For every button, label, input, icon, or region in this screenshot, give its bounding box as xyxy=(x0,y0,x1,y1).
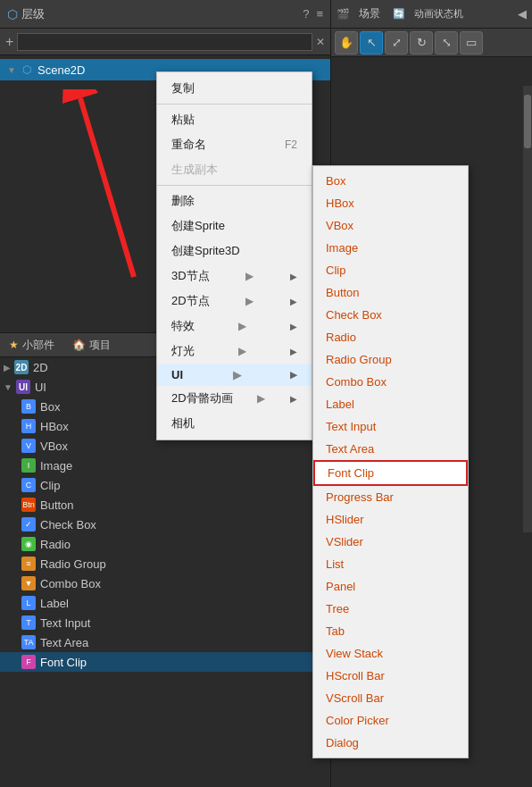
ui-icon: UI xyxy=(16,380,30,394)
search-clear-icon[interactable]: ✕ xyxy=(316,36,325,48)
scene-tab[interactable]: 场景 xyxy=(353,4,386,23)
ctx-menu2-item-combo-box[interactable]: Combo Box xyxy=(313,371,468,393)
ctx-separator xyxy=(157,104,312,105)
image-icon: I xyxy=(21,458,36,473)
tree-item-image[interactable]: IImage xyxy=(0,456,330,475)
scale-tool-button[interactable]: ⤡ xyxy=(435,31,458,54)
rect-tool-button[interactable]: ▭ xyxy=(460,31,483,54)
select-tool-button[interactable]: ↖ xyxy=(360,31,383,54)
ctx-menu1-item-2d节点[interactable]: 2D节点▶ xyxy=(157,289,312,314)
ctx-menu1-item-粘贴[interactable]: 粘贴 xyxy=(157,107,312,132)
ctx-item-label: 重命名 xyxy=(171,137,206,153)
ctx-menu1-item-生成副本[interactable]: 生成副本 xyxy=(157,157,312,182)
ctx-menu2-item-image[interactable]: Image xyxy=(313,237,468,259)
ctx-item-label: 灯光 xyxy=(171,343,195,359)
tree-item-combo-box[interactable]: ▼Combo Box xyxy=(0,574,330,593)
tree-item-label: Label xyxy=(40,597,69,610)
ctx-menu2-item-hbox[interactable]: HBox xyxy=(313,192,468,214)
ctx-menu2-item-dialog[interactable]: Dialog xyxy=(313,732,468,754)
ctx-menu2-item-tree[interactable]: Tree xyxy=(313,598,468,620)
ctx-menu1-item-删除[interactable]: 删除 xyxy=(157,188,312,213)
move-tool-button[interactable]: ⤢ xyxy=(385,31,408,54)
ctx-item-shortcut: ▶ xyxy=(238,345,246,357)
tree-item-check-box[interactable]: ✓Check Box xyxy=(0,515,330,534)
radio-group-icon: ≡ xyxy=(21,557,36,571)
ctx-item-label: 复制 xyxy=(171,80,195,96)
help-icon[interactable]: ? xyxy=(303,7,309,21)
rotate-tool-button[interactable]: ↻ xyxy=(410,31,433,54)
search-bar: + ✕ xyxy=(0,29,330,55)
ctx-menu1-item-重命名[interactable]: 重命名F2 xyxy=(157,132,312,157)
tree-item-clip[interactable]: CClip xyxy=(0,475,330,495)
top-bar-left: ⬡ 层级 ? ≡ xyxy=(0,0,330,29)
add-node-button[interactable]: + xyxy=(5,34,13,50)
tree-item-label: Combo Box xyxy=(40,577,101,590)
tree-ui-expand: ▼ xyxy=(4,382,12,392)
tab-widgets[interactable]: ★ 小部件 xyxy=(0,334,63,356)
ctx-menu2-item-hscroll-bar[interactable]: HScroll Bar xyxy=(313,665,468,687)
tree-item-radio[interactable]: ◉Radio xyxy=(0,534,330,554)
tab-project[interactable]: 🏠 项目 xyxy=(63,334,120,356)
ctx-menu2-item-hslider[interactable]: HSlider xyxy=(313,508,468,531)
ctx-item-shortcut: ▶ xyxy=(238,320,246,332)
ctx-menu1-item-3d节点[interactable]: 3D节点▶ xyxy=(157,264,312,289)
scene2d-icon: ⬡ xyxy=(20,63,34,77)
tree-item-text-input[interactable]: TText Input xyxy=(0,613,330,632)
tree-item-label: HBox xyxy=(40,420,69,433)
2d-label: 2D xyxy=(33,361,48,374)
ctx-menu2-item-vslider[interactable]: VSlider xyxy=(313,531,468,553)
collapse-icon[interactable]: ◀ xyxy=(518,7,527,21)
anim-tab[interactable]: 动画状态机 xyxy=(409,5,469,22)
tree-item-label: Clip xyxy=(40,479,60,492)
ctx-menu2-item-vbox[interactable]: VBox xyxy=(313,214,468,237)
hand-tool-button[interactable]: ✋ xyxy=(335,31,358,54)
ctx-item-label: 相机 xyxy=(171,415,195,431)
radio-icon: ◉ xyxy=(21,537,36,551)
tree-item-label[interactable]: LLabel xyxy=(0,593,330,613)
ctx-menu2-item-label[interactable]: Label xyxy=(313,393,468,415)
tree-item-text-area[interactable]: TAText Area xyxy=(0,632,330,652)
ctx-menu2-item-clip[interactable]: Clip xyxy=(313,259,468,281)
ctx-menu2-item-text-area[interactable]: Text Area xyxy=(313,438,468,460)
ctx-menu2-item-box[interactable]: Box xyxy=(313,170,468,192)
ctx-menu1-item-ui[interactable]: UI▶ xyxy=(157,364,312,386)
ctx-menu2-item-vscroll-bar[interactable]: VScroll Bar xyxy=(313,687,468,709)
ctx-menu2-item-view-stack[interactable]: View Stack xyxy=(313,642,468,665)
ctx-menu2-item-button[interactable]: Button xyxy=(313,281,468,304)
ctx-menu1-item-创建sprite[interactable]: 创建Sprite xyxy=(157,213,312,239)
ctx-menu2-item-tab[interactable]: Tab xyxy=(313,620,468,642)
tree-item-button[interactable]: BtnButton xyxy=(0,495,330,515)
tree-item-label: Text Input xyxy=(40,616,90,630)
search-input[interactable] xyxy=(17,33,312,51)
ctx-menu2-item-radio-group[interactable]: Radio Group xyxy=(313,348,468,371)
text-area-icon: TA xyxy=(21,635,36,649)
ctx-item-label: 创建Sprite3D xyxy=(171,243,240,259)
ctx-item-shortcut: ▶ xyxy=(245,270,254,282)
ctx-menu1-item-灯光[interactable]: 灯光▶ xyxy=(157,339,312,364)
ctx-menu2-item-progress-bar[interactable]: Progress Bar xyxy=(313,486,468,508)
ctx-menu1-item-特效[interactable]: 特效▶ xyxy=(157,314,312,339)
ctx-menu2-item-radio[interactable]: Radio xyxy=(313,326,468,348)
ctx-menu2-item-color-picker[interactable]: Color Picker xyxy=(313,709,468,732)
right-scrollbar[interactable] xyxy=(523,86,532,532)
layers-icon: ⬡ xyxy=(7,7,18,21)
ctx-menu1-item-2d骨骼动画[interactable]: 2D骨骼动画▶ xyxy=(157,386,312,411)
ctx-menu2-item-list[interactable]: List xyxy=(313,553,468,575)
ctx-menu2-item-panel[interactable]: Panel xyxy=(313,575,468,598)
ctx-menu2-item-check-box[interactable]: Check Box xyxy=(313,304,468,326)
tree-item-label: Font Clip xyxy=(40,656,87,669)
ctx-menu1-item-复制[interactable]: 复制 xyxy=(157,76,312,101)
ctx-item-label: 生成副本 xyxy=(171,162,218,178)
ctx-menu1-item-创建sprite3d[interactable]: 创建Sprite3D xyxy=(157,239,312,264)
menu-icon[interactable]: ≡ xyxy=(316,7,323,21)
tree-item-radio-group[interactable]: ≡Radio Group xyxy=(0,554,330,574)
ctx-menu2-item-text-input[interactable]: Text Input xyxy=(313,415,468,438)
text-input-icon: T xyxy=(21,615,36,630)
ctx-menu1-item-相机[interactable]: 相机 xyxy=(157,411,312,436)
tree-item-label: VBox xyxy=(40,440,68,453)
ctx-item-label: 特效 xyxy=(171,318,195,334)
scene2d-label: Scene2D xyxy=(37,63,85,77)
combo-box-icon: ▼ xyxy=(21,576,36,590)
ctx-menu2-item-font-clip[interactable]: Font Clip xyxy=(313,460,468,486)
tree-item-font-clip[interactable]: FFont Clip xyxy=(0,652,330,672)
